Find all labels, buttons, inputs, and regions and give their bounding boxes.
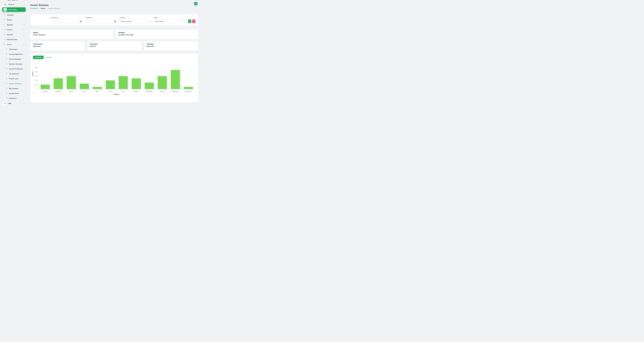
sidebar-item-label: Financial Goal [7,39,17,40]
calendar-icon[interactable] [80,21,82,22]
sidebar-item-expense-summary[interactable]: Expense Summary [0,62,27,67]
total-card-value: $314,795.5 [33,46,82,47]
bar-slot-january [39,85,52,89]
x-tick [182,89,195,90]
bar-june [106,80,115,89]
sidebar-item-income-summary[interactable]: Income Summary [0,57,27,62]
sidebar-item-account-statement[interactable]: Account Statement [0,52,27,57]
sidebar-item-expense[interactable]: Expense [0,32,27,37]
sidebar-item-bill-summary[interactable]: Bill Summary [0,86,27,91]
calendar-icon[interactable] [114,21,116,22]
x-axis-label: November [169,91,182,92]
ring-icon [6,78,8,80]
sidebar-item-banking[interactable]: Banking [0,22,27,27]
end-month-group: End Month --------- ---- [85,17,117,23]
total-card-total-due: Total Due$312,725.5 [144,41,198,51]
status-select[interactable]: Select Status [154,20,186,23]
sidebar-item-income-vs-expense[interactable]: Income Vs Expense [0,67,27,71]
bar-slot-april [78,84,91,89]
bar-october [158,76,167,89]
apply-filter-button[interactable] [188,20,191,23]
bar-slot-november [169,70,182,89]
app-root: DASH Projects Accounting CustomerVendorB… [0,0,201,107]
end-month-placeholder: --------- ---- [86,21,94,22]
sidebar-item-cash-flow[interactable]: Cash Flow [0,96,27,101]
breadcrumb-item[interactable]: Report [41,8,45,9]
breadcrumb-item[interactable]: Dashboard [30,8,38,9]
chevron-right-icon [23,24,24,25]
ring-icon [6,93,8,94]
status-label: Status [154,17,186,19]
x-tick [169,89,182,90]
sidebar-item-profit-loss[interactable]: Profit & Loss [0,76,27,81]
customer-select[interactable]: Select Customer [120,20,152,23]
report-card-label: Report : [33,32,110,34]
x-axis-label: September [143,91,156,92]
bar-slot-september [143,83,156,89]
x-tick [156,89,169,90]
accounting-submenu: CustomerVendorBankingIncomeExpenseFinanc… [0,13,27,47]
sidebar-item-tax-summary[interactable]: Tax Summary [0,71,27,76]
sidebar-item-label: Accounting [8,9,16,10]
x-tick [117,89,130,90]
sidebar-item-label: Account Statement [9,54,22,55]
ring-icon [4,19,6,21]
sidebar-item-invoice-summary[interactable]: Invoice Summary [0,81,27,86]
end-month-input[interactable]: --------- ---- [85,20,117,23]
ring-icon [6,63,8,65]
sidebar-item-transaction[interactable]: Transaction [0,47,27,52]
breadcrumb-separator-icon [39,8,40,9]
customer-label: Customer [120,17,152,19]
chart-card: Summary Invoices Invoice 020040060080010… [30,54,198,103]
sidebar-item-accounting[interactable]: Accounting [2,7,26,12]
chevron-right-icon [24,103,24,104]
bar-slot-february [52,78,65,89]
ring-icon [6,53,8,55]
tab-summary[interactable]: Summary [33,56,44,59]
y-tick-label: 0 [37,88,38,90]
bar-february [54,78,63,89]
reset-filter-button[interactable] [192,20,195,23]
status-select-value: Select Status [155,21,164,22]
bar-slot-may [91,87,104,89]
sidebar-item-income[interactable]: Income [0,27,27,32]
start-month-input[interactable]: --------- ---- [51,20,83,23]
x-axis-label: March [65,91,78,92]
chevron-right-icon [23,29,24,30]
bar-march [67,76,76,89]
report-submenu: TransactionAccount StatementIncome Summa… [0,47,27,101]
bar-slot-december [182,87,195,89]
ring-icon [6,88,8,89]
x-axis-label: August [130,91,143,92]
ring-icon [4,44,6,45]
bar-december [184,87,193,89]
sidebar-item-hrm[interactable]: HRM [0,101,27,106]
chevron-right-icon [24,4,24,5]
chevron-down-icon [149,21,150,22]
sidebar-item-report[interactable]: Report [0,42,27,47]
sidebar-item-vendor[interactable]: Vendor [0,18,27,22]
total-card-value: $2,070.0 [90,46,139,47]
bar-slot-june [104,80,117,89]
clear-filter-icon [193,21,194,22]
sidebar-item-label: Income Summary [9,58,22,60]
y-tick-label: 800 [35,71,38,73]
tab-invoices[interactable]: Invoices [46,57,52,58]
sidebar-item-financial-goal[interactable]: Financial Goal [0,37,27,42]
sidebar-item-customer[interactable]: Customer [0,13,27,18]
ring-icon [6,48,8,50]
y-tick-label: 600 [35,76,38,77]
duration-card-value: Jan-2024 to Dec-2024 [118,34,196,36]
status-group: Status Select Status [154,17,186,23]
customer-select-value: Select Customer [121,21,131,22]
y-tick-labels: 02004006008001000 [33,66,39,89]
download-button[interactable] [194,2,198,5]
chart-plot-area [39,66,195,89]
x-axis-ticks [39,89,195,90]
sidebar-item-projects[interactable]: Projects [2,2,26,7]
sidebar-item-product-stock[interactable]: Product Stock [0,91,27,96]
total-card-label: Total Due [147,43,196,45]
app-logo[interactable]: DASH [8,0,27,1]
bar-slot-october [156,76,169,89]
chevron-right-icon [23,34,24,35]
